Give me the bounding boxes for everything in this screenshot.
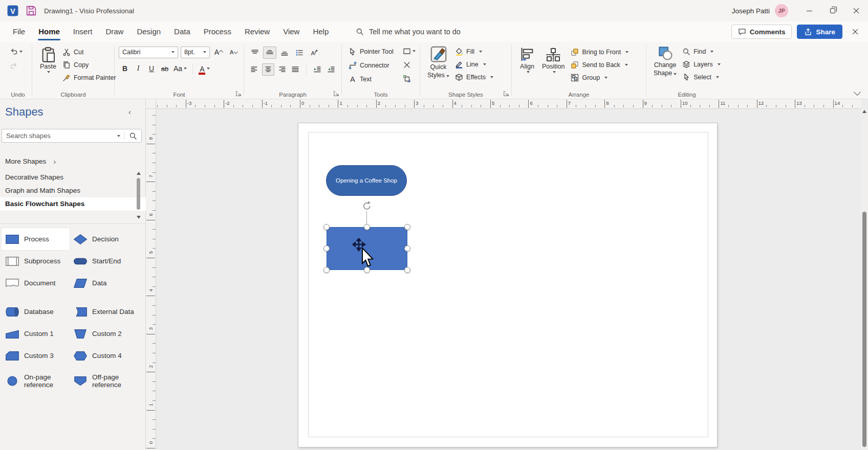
pointer-tool-button[interactable]: Pointer Tool [346, 45, 396, 58]
text-tool-button[interactable]: AText [346, 73, 396, 85]
align-bottom-button[interactable] [278, 47, 291, 59]
stencil-tab-decorative-shapes[interactable]: Decorative Shapes [0, 171, 146, 184]
menu-tab-file[interactable]: File [6, 21, 32, 42]
save-icon[interactable] [26, 5, 37, 16]
align-right-button[interactable] [276, 63, 288, 76]
stencil-shape-data[interactable]: Data [70, 272, 138, 294]
close-pane-button[interactable] [848, 24, 863, 39]
canvas-area[interactable]: -3-2-101234567891011121314 876543210 Ope… [146, 99, 868, 450]
redo-button[interactable] [8, 60, 28, 72]
stencil-shape-process[interactable]: Process [2, 228, 70, 250]
increase-indent-button[interactable] [325, 63, 337, 76]
selection-handle[interactable] [364, 224, 370, 230]
stencil-shape-document[interactable]: Document [2, 272, 70, 294]
menu-tab-review[interactable]: Review [238, 21, 276, 42]
menu-tab-process[interactable]: Process [197, 21, 238, 42]
align-top-button[interactable] [248, 47, 262, 59]
tell-me-search[interactable]: Tell me what you want to do [356, 21, 461, 42]
collapse-panel-icon[interactable]: ‹ [128, 107, 131, 116]
group-button[interactable]: Group [568, 71, 631, 84]
bullets-button[interactable] [293, 47, 306, 59]
align-button[interactable]: Align [516, 44, 538, 73]
quick-styles-button[interactable]: Quick Styles [424, 44, 452, 80]
effects-button[interactable]: Effects [452, 71, 496, 83]
bold-button[interactable]: B [119, 62, 131, 75]
stencil-shape-database[interactable]: Database [2, 301, 70, 323]
paragraph-dialog-launcher-icon[interactable] [333, 90, 340, 97]
stencil-shape-custom-3[interactable]: Custom 3 [2, 345, 70, 367]
font-dialog-launcher-icon[interactable] [235, 90, 242, 97]
rotation-handle[interactable] [361, 200, 373, 212]
maximize-button[interactable] [821, 0, 844, 21]
grow-font-button[interactable]: A [212, 46, 225, 58]
close-button[interactable] [844, 0, 868, 21]
menu-tab-data[interactable]: Data [167, 21, 197, 42]
fill-button[interactable]: Fill [452, 45, 496, 58]
startend-shape[interactable]: Opening a Coffee Shop [326, 165, 407, 196]
menu-tab-design[interactable]: Design [130, 21, 167, 42]
copy-button[interactable]: Copy [60, 58, 119, 71]
rectangle-tool-button[interactable] [401, 45, 417, 57]
selection-handle[interactable] [404, 245, 410, 252]
strikethrough-button[interactable]: ab [159, 62, 171, 75]
change-case-button[interactable]: Aa [172, 62, 188, 75]
minimize-button[interactable] [797, 0, 821, 21]
format-painter-button[interactable]: Format Painter [60, 71, 119, 84]
stencil-shape-external-data[interactable]: External Data [70, 301, 138, 323]
position-button[interactable]: Position [538, 44, 568, 73]
justify-button[interactable] [290, 63, 302, 76]
change-shape-button[interactable]: Change Shape [650, 44, 680, 78]
underline-button[interactable]: U [145, 62, 158, 75]
paste-button[interactable]: Paste [36, 44, 60, 73]
shape-styles-dialog-launcher-icon[interactable] [503, 90, 510, 97]
font-size-select[interactable]: 8pt. [181, 47, 210, 58]
avatar[interactable]: JP [775, 4, 788, 17]
stencil-shape-off-page-reference[interactable]: Off-page reference [70, 367, 138, 395]
line-button[interactable]: Line [452, 58, 496, 71]
menu-tab-insert[interactable]: Insert [67, 21, 99, 42]
menu-tab-draw[interactable]: Draw [99, 21, 130, 42]
decrease-indent-button[interactable] [311, 63, 323, 76]
select-button[interactable]: Select [680, 71, 723, 83]
align-middle-button[interactable] [263, 47, 276, 59]
stencil-shape-subprocess[interactable]: Subprocess [2, 250, 70, 272]
stencil-shape-custom-1[interactable]: Custom 1 [2, 323, 70, 345]
text-direction-button[interactable]: A [308, 47, 321, 59]
menu-tab-help[interactable]: Help [306, 21, 335, 42]
selection-handle[interactable] [323, 245, 330, 252]
comments-button[interactable]: Comments [731, 25, 792, 39]
send-to-back-button[interactable]: Send to Back [568, 58, 631, 71]
selection-handle[interactable] [404, 267, 410, 273]
stencil-scrollbar[interactable] [137, 171, 141, 222]
connector-button[interactable]: Connector [346, 59, 396, 72]
menu-tab-view[interactable]: View [276, 21, 306, 42]
shrink-font-button[interactable]: A [227, 46, 240, 58]
scroll-down-icon[interactable] [137, 216, 141, 219]
stencil-shape-start-end[interactable]: Start/End [70, 250, 138, 272]
font-color-button[interactable]: A [197, 62, 211, 75]
align-left-button[interactable] [248, 63, 261, 76]
canvas-vertical-scrollbar[interactable] [861, 109, 868, 450]
selection-handle[interactable] [404, 224, 410, 230]
italic-button[interactable]: I [132, 62, 144, 75]
stencil-shape-custom-2[interactable]: Custom 2 [70, 323, 138, 345]
selection-handle[interactable] [323, 224, 330, 230]
crop-tool-button[interactable] [401, 73, 417, 85]
stencil-shape-custom-4[interactable]: Custom 4 [70, 345, 138, 367]
shapes-search-input[interactable]: Search shapes [2, 129, 142, 143]
stencil-tab-graph-and-math-shapes[interactable]: Graph and Math Shapes [0, 184, 146, 197]
undo-button[interactable] [8, 46, 28, 58]
share-button[interactable]: Share [797, 25, 842, 39]
collapse-ribbon-icon[interactable] [854, 88, 861, 96]
font-family-select[interactable]: Calibri [119, 47, 178, 58]
find-button[interactable]: Find [680, 45, 723, 58]
connection-point-button[interactable] [401, 59, 417, 71]
process-shape-selected[interactable] [327, 227, 407, 270]
stencil-shape-on-page-reference[interactable]: On-page reference [2, 367, 70, 395]
scroll-up-icon[interactable] [137, 172, 141, 175]
stencil-shape-decision[interactable]: Decision [70, 228, 138, 250]
layers-button[interactable]: Layers [680, 58, 723, 71]
selection-handle[interactable] [323, 267, 330, 273]
scroll-up-icon[interactable] [862, 110, 866, 113]
more-shapes-button[interactable]: More Shapes › [5, 157, 56, 166]
